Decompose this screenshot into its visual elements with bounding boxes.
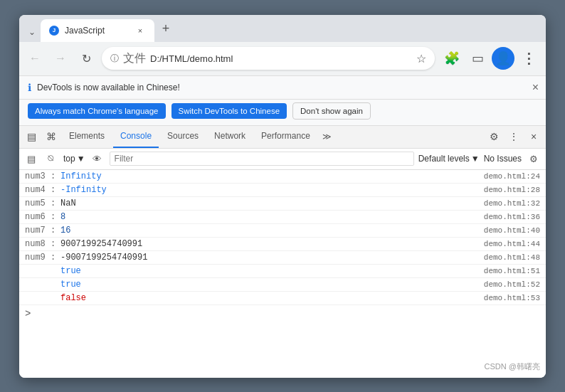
sidebar-icon[interactable]: ▭ (466, 47, 489, 70)
console-row-value: 8 (60, 212, 484, 222)
context-dropdown-icon: ▼ (77, 154, 85, 164)
console-row-label: num8 : (25, 239, 60, 249)
tab-title: JavaScript (65, 26, 129, 36)
back-button[interactable]: ← (25, 48, 45, 68)
console-row-link[interactable]: demo.html:48 (484, 253, 540, 262)
eye-filter-icon[interactable]: 👁 (90, 151, 105, 166)
devtools-topbar: ▤ ⌘ Elements Console Sources Network Per… (19, 126, 546, 149)
context-value: top (63, 154, 75, 164)
console-row-label: num3 : (25, 171, 60, 181)
console-row-value: true (60, 280, 484, 290)
active-tab[interactable]: J JavaScript × (41, 19, 154, 42)
devtools-topbar-right: ⚙ ⋮ × (485, 127, 543, 146)
extensions-icon[interactable]: 🧩 (440, 47, 463, 70)
address-info-icon: ⓘ (110, 53, 119, 65)
switch-devtools-button[interactable]: Switch DevTools to Chinese (171, 103, 287, 119)
console-row-value: -Infinity (60, 185, 484, 195)
tab-console[interactable]: Console (113, 126, 159, 149)
console-row: num6 :8demo.html:36 (19, 211, 546, 224)
console-row: num8 :9007199254740991demo.html:44 (19, 238, 546, 251)
dont-show-again-button[interactable]: Don't show again (292, 102, 371, 120)
tab-network[interactable]: Network (207, 126, 253, 149)
console-row-link[interactable]: demo.html:28 (484, 186, 540, 194)
address-input[interactable]: ⓘ 文件 D:/HTML/demo.html ☆ (102, 47, 435, 70)
console-row: truedemo.html:52 (19, 278, 546, 292)
filter-settings-icon[interactable]: ⚙ (526, 151, 542, 166)
tab-performance[interactable]: Performance (254, 126, 317, 149)
bookmark-icon[interactable]: ☆ (416, 52, 426, 65)
console-output: num3 :Infinitydemo.html:24num4 :-Infinit… (19, 170, 546, 378)
console-filter-bar: ▤ ⦰ top ▼ 👁 Default levels ▼ No Issues ⚙ (19, 149, 546, 170)
toolbar-icons: 🧩 ▭ 👤 ⋮ (440, 47, 540, 70)
devtools-inspect-icon[interactable]: ⌘ (42, 127, 60, 146)
console-row-value: 16 (60, 226, 484, 235)
notification-close-button[interactable]: × (532, 81, 539, 94)
tab-sources[interactable]: Sources (160, 126, 206, 149)
console-row: num3 :Infinitydemo.html:24 (19, 170, 546, 184)
devtools-panel: ▤ ⌘ Elements Console Sources Network Per… (19, 126, 546, 378)
console-row-link[interactable]: demo.html:44 (484, 240, 540, 248)
console-row-value: -9007199254740991 (60, 253, 484, 263)
console-row: num5 :NaNdemo.html:32 (19, 197, 546, 211)
console-row: truedemo.html:51 (19, 265, 546, 278)
address-prefix: 文件 (123, 51, 146, 66)
tab-elements[interactable]: Elements (62, 126, 112, 149)
console-row-value: 9007199254740991 (60, 239, 484, 249)
console-row-value: true (60, 266, 484, 276)
console-row-link[interactable]: demo.html:32 (484, 199, 540, 208)
devtools-menu-icon[interactable]: ⋮ (505, 127, 523, 146)
no-issues-label: No Issues (484, 154, 522, 164)
notification-info-icon: ℹ (28, 82, 31, 93)
console-row-link[interactable]: demo.html:52 (484, 280, 540, 289)
profile-icon[interactable]: 👤 (492, 47, 514, 70)
always-match-button[interactable]: Always match Chrome's language (28, 103, 166, 119)
console-row: num7 :16demo.html:40 (19, 224, 546, 238)
console-row-label: num7 : (25, 226, 60, 235)
console-row-link[interactable]: demo.html:51 (484, 267, 540, 275)
console-row-link[interactable]: demo.html:53 (484, 294, 540, 302)
console-row-label: num9 : (25, 253, 60, 263)
devtools-settings-icon[interactable]: ⚙ (485, 127, 503, 146)
context-selector[interactable]: top ▼ (63, 154, 85, 164)
forward-button[interactable]: → (51, 48, 70, 68)
console-row-label: num5 : (25, 198, 60, 208)
console-row-value: NaN (60, 198, 484, 208)
language-buttons-row: Always match Chrome's language Switch De… (19, 100, 546, 126)
clear-console-icon[interactable]: ⦰ (43, 151, 59, 166)
filter-input[interactable] (110, 152, 414, 166)
levels-dropdown-icon: ▼ (471, 154, 480, 164)
watermark: CSDN @韩曙亮 (485, 361, 540, 372)
console-row-value: Infinity (60, 171, 484, 181)
tab-close-button[interactable]: × (134, 25, 146, 36)
console-row-value: false (60, 293, 484, 303)
address-url: D:/HTML/demo.html (150, 53, 412, 64)
tab-bar: ⌄ J JavaScript × + (19, 15, 546, 42)
console-row-link[interactable]: demo.html:40 (484, 226, 540, 235)
reload-button[interactable]: ↻ (76, 48, 96, 68)
tab-list-chevron[interactable]: ⌄ (25, 25, 39, 39)
console-prompt[interactable]: > (19, 305, 546, 322)
console-row: falsedemo.html:53 (19, 292, 546, 305)
default-levels-selector[interactable]: Default levels ▼ (418, 154, 480, 164)
devtools-notification: ℹ DevTools is now available in Chinese! … (19, 76, 546, 100)
new-tab-button[interactable]: + (156, 19, 176, 39)
devtools-more-tabs[interactable]: ≫ (319, 128, 336, 145)
notification-message: DevTools is now available in Chinese! (37, 83, 180, 92)
menu-icon[interactable]: ⋮ (517, 47, 540, 70)
tab-favicon: J (49, 26, 59, 36)
devtools-sidebar-toggle[interactable]: ▤ (22, 127, 41, 146)
browser-window: ⌄ J JavaScript × + ← → ↻ ⓘ (19, 15, 546, 378)
console-row: num9 :-9007199254740991demo.html:48 (19, 251, 546, 265)
sidebar-toggle-icon[interactable]: ▤ (23, 151, 39, 166)
devtools-close-icon[interactable]: × (524, 127, 543, 146)
console-row-link[interactable]: demo.html:24 (484, 172, 540, 181)
console-row-link[interactable]: demo.html:36 (484, 213, 540, 221)
console-row-label: num4 : (25, 185, 60, 195)
console-row: num4 :-Infinitydemo.html:28 (19, 184, 546, 197)
address-bar: ← → ↻ ⓘ 文件 D:/HTML/demo.html ☆ 🧩 ▭ 👤 ⋮ (19, 42, 546, 76)
console-row-label: num6 : (25, 212, 60, 222)
